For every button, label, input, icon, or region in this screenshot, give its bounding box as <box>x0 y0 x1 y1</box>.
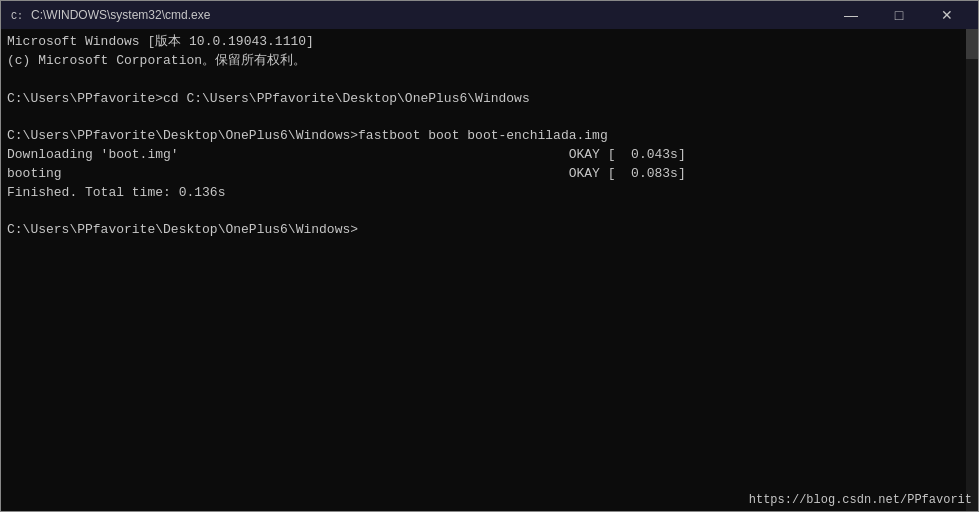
terminal-line: C:\Users\PPfavorite\Desktop\OnePlus6\Win… <box>7 127 972 146</box>
terminal-line <box>7 71 972 90</box>
terminal-line: (c) Microsoft Corporation。保留所有权利。 <box>7 52 972 71</box>
terminal-line: C:\Users\PPfavorite\Desktop\OnePlus6\Win… <box>7 221 972 240</box>
terminal-body[interactable]: Microsoft Windows [版本 10.0.19043.1110](c… <box>1 29 978 511</box>
minimize-button[interactable]: — <box>828 1 874 29</box>
terminal-line: Downloading 'boot.img' OKAY [ 0.043s] <box>7 146 972 165</box>
scrollbar-thumb[interactable] <box>966 29 978 59</box>
cmd-window: C: C:\WINDOWS\system32\cmd.exe — □ ✕ Mic… <box>0 0 979 512</box>
title-bar-left: C: C:\WINDOWS\system32\cmd.exe <box>9 7 210 23</box>
terminal-output: Microsoft Windows [版本 10.0.19043.1110](c… <box>7 33 972 240</box>
close-button[interactable]: ✕ <box>924 1 970 29</box>
terminal-line: booting OKAY [ 0.083s] <box>7 165 972 184</box>
title-bar: C: C:\WINDOWS\system32\cmd.exe — □ ✕ <box>1 1 978 29</box>
watermark: https://blog.csdn.net/PPfavorit <box>749 493 972 507</box>
cmd-icon: C: <box>9 7 25 23</box>
terminal-line <box>7 108 972 127</box>
terminal-line <box>7 203 972 222</box>
terminal-line: C:\Users\PPfavorite>cd C:\Users\PPfavori… <box>7 90 972 109</box>
scrollbar[interactable] <box>966 29 978 511</box>
terminal-line: Finished. Total time: 0.136s <box>7 184 972 203</box>
maximize-button[interactable]: □ <box>876 1 922 29</box>
terminal-line: Microsoft Windows [版本 10.0.19043.1110] <box>7 33 972 52</box>
svg-text:C:: C: <box>11 11 23 22</box>
title-bar-controls: — □ ✕ <box>828 1 970 29</box>
window-title: C:\WINDOWS\system32\cmd.exe <box>31 8 210 22</box>
